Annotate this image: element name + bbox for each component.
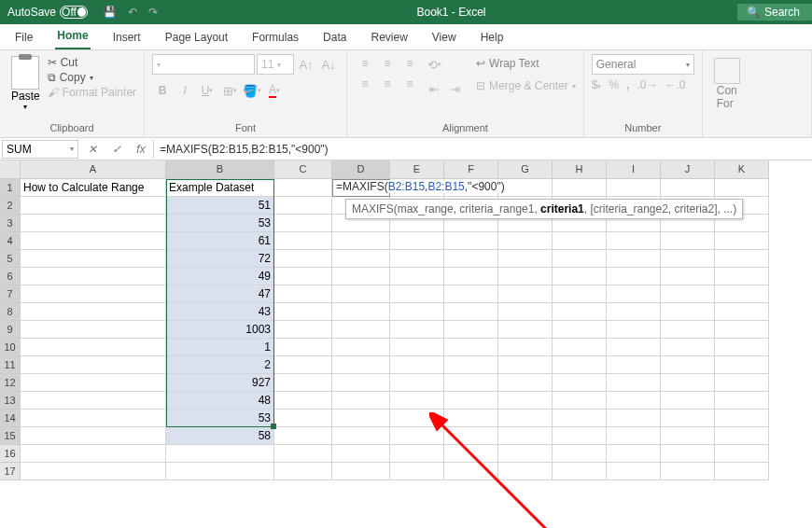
cell[interactable] (390, 427, 444, 445)
cell-d8[interactable] (332, 303, 390, 321)
cell[interactable] (553, 179, 607, 197)
font-name-select[interactable]: ▾ (152, 54, 255, 75)
cell[interactable] (553, 356, 607, 374)
cell[interactable] (390, 356, 444, 374)
cell-a6[interactable] (21, 268, 166, 285)
cell[interactable] (553, 250, 607, 268)
cell[interactable] (607, 356, 661, 374)
cell[interactable] (390, 374, 444, 392)
cell[interactable] (607, 445, 661, 463)
cell[interactable] (661, 232, 715, 250)
cell[interactable] (553, 410, 607, 427)
number-format-select[interactable]: General▾ (592, 54, 694, 75)
wrap-text-button[interactable]: ↩Wrap Text (476, 54, 576, 73)
cell-a4[interactable] (21, 232, 166, 250)
cell[interactable] (553, 427, 607, 445)
underline-button[interactable]: U▾ (197, 80, 217, 101)
cell[interactable] (553, 445, 607, 463)
row-header-11[interactable]: 11 (0, 356, 21, 374)
cell[interactable] (498, 463, 553, 480)
format-painter-button[interactable]: 🖌Format Painter (48, 86, 136, 99)
col-header-h[interactable]: H (553, 160, 607, 179)
tab-review[interactable]: Review (369, 25, 409, 49)
row-header-12[interactable]: 12 (0, 374, 21, 392)
cell-d14[interactable] (332, 410, 390, 427)
cell-b10[interactable]: 1 (166, 339, 274, 356)
cell[interactable] (498, 427, 553, 445)
paste-button[interactable]: Paste ▾ (7, 54, 44, 113)
col-header-b[interactable]: B (166, 160, 274, 179)
cell-c5[interactable] (274, 250, 332, 268)
tab-insert[interactable]: Insert (111, 25, 143, 49)
cell-d5[interactable] (332, 250, 390, 268)
fill-color-button[interactable]: 🪣▾ (242, 80, 262, 101)
tab-home[interactable]: Home (55, 23, 90, 49)
cell[interactable] (607, 463, 661, 480)
undo-icon[interactable]: ↶ (128, 6, 137, 19)
cell-b2[interactable]: 51 (166, 197, 274, 215)
row-header-17[interactable]: 17 (0, 463, 21, 480)
cell[interactable] (715, 285, 769, 303)
cell[interactable] (498, 303, 553, 321)
cell[interactable] (390, 463, 444, 480)
search-box[interactable]: 🔍 Search (737, 4, 812, 21)
bold-button[interactable]: B (152, 80, 173, 101)
cell[interactable] (607, 339, 661, 356)
border-button[interactable]: ⊞▾ (219, 80, 240, 101)
cell-a15[interactable] (21, 427, 166, 445)
cell-c1[interactable] (274, 179, 332, 197)
cell[interactable] (661, 268, 715, 285)
cell[interactable] (444, 268, 498, 285)
select-all-button[interactable] (0, 160, 21, 179)
cell[interactable] (607, 179, 661, 197)
cell-c12[interactable] (274, 374, 332, 392)
cell[interactable] (390, 321, 444, 339)
merge-button[interactable]: ⊟Merge & Center▾ (476, 76, 576, 95)
cell-b1[interactable]: Example Dataset (166, 179, 274, 197)
cell[interactable] (715, 427, 769, 445)
cell-a17[interactable] (21, 463, 166, 480)
cell[interactable] (390, 303, 444, 321)
cell[interactable] (553, 303, 607, 321)
cell[interactable] (390, 410, 444, 427)
cell-b6[interactable]: 49 (166, 268, 274, 285)
tab-view[interactable]: View (430, 25, 458, 49)
cell[interactable] (661, 374, 715, 392)
cell[interactable] (607, 268, 661, 285)
cell[interactable] (715, 356, 769, 374)
cell-b11[interactable]: 2 (166, 356, 274, 374)
cell[interactable] (661, 356, 715, 374)
cell[interactable] (553, 285, 607, 303)
cell[interactable] (715, 339, 769, 356)
cell-a16[interactable] (21, 445, 166, 463)
cell[interactable] (390, 250, 444, 268)
cell[interactable] (715, 179, 769, 197)
cell-a3[interactable] (21, 215, 166, 232)
cell[interactable] (715, 321, 769, 339)
decrease-indent-icon[interactable]: ⇤ (424, 78, 444, 99)
cell[interactable] (607, 427, 661, 445)
cell-b17[interactable] (166, 463, 274, 480)
currency-button[interactable]: $▾ (592, 78, 602, 91)
cell[interactable] (661, 179, 715, 197)
cell[interactable] (607, 303, 661, 321)
cell[interactable] (661, 427, 715, 445)
row-header-15[interactable]: 15 (0, 427, 21, 445)
row-header-13[interactable]: 13 (0, 392, 21, 410)
cell-b8[interactable]: 43 (166, 303, 274, 321)
cell[interactable] (553, 321, 607, 339)
enter-icon[interactable]: ✓ (105, 140, 129, 159)
cell[interactable] (498, 339, 553, 356)
row-header-9[interactable]: 9 (0, 321, 21, 339)
cell-b16[interactable] (166, 445, 274, 463)
align-bottom-icon[interactable]: ≡ (399, 54, 420, 73)
redo-icon[interactable]: ↷ (148, 6, 158, 19)
cell[interactable] (444, 445, 498, 463)
row-header-5[interactable]: 5 (0, 250, 21, 268)
cell[interactable] (444, 285, 498, 303)
cell-a12[interactable] (21, 374, 166, 392)
percent-button[interactable]: % (609, 78, 619, 91)
cell[interactable] (553, 463, 607, 480)
cell[interactable] (498, 250, 553, 268)
cell[interactable] (661, 410, 715, 427)
